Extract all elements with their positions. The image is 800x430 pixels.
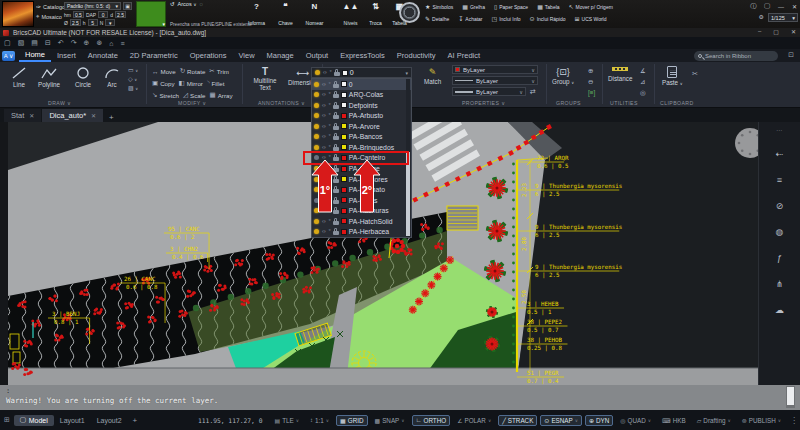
maximize-button[interactable]: ▢ xyxy=(773,28,779,35)
grid-glyph-icon[interactable]: ⊞ xyxy=(4,416,10,424)
layer-on-icon[interactable] xyxy=(314,219,319,224)
field-input[interactable]: 2.5 xyxy=(70,19,81,26)
paste-button[interactable]: Paste ∨ xyxy=(662,66,683,86)
tool-mirror[interactable]: ◧Mirror xyxy=(179,79,203,87)
paper-space-button[interactable]: ▯Paper Space xyxy=(494,3,528,10)
zoom-icon[interactable]: ⊕ xyxy=(84,39,90,47)
tool-arc[interactable]: Arc xyxy=(103,66,121,88)
thaw-icon[interactable]: * xyxy=(329,82,331,87)
doc-tab-stat[interactable]: Stat✕ xyxy=(4,109,41,122)
freeze-icon[interactable]: ☼ xyxy=(321,219,327,224)
angle-measure-icon[interactable]: ∡ xyxy=(640,67,646,75)
monitor-icon[interactable]: 🖵 xyxy=(764,3,770,10)
tab-ai-predict[interactable]: AI Predict xyxy=(442,50,487,61)
layer-row[interactable]: ☼ * PA-Arvore xyxy=(312,121,411,132)
tab-expresstools[interactable]: ExpressTools xyxy=(334,50,391,61)
toggle-publish[interactable]: ⊚PUBLISH∨ xyxy=(738,415,785,426)
mover-origem-button[interactable]: ↖Mover p/ Origem xyxy=(569,3,613,10)
layout-tab-layout2[interactable]: Layout2 xyxy=(91,415,128,426)
field-input[interactable]: 0.5 xyxy=(73,11,84,18)
thaw-icon[interactable]: * xyxy=(330,70,332,75)
tool-scale[interactable]: ◿Scale xyxy=(183,91,205,99)
settings-icon[interactable]: ≡ xyxy=(120,40,124,47)
layer-on-icon[interactable] xyxy=(314,113,319,118)
tool-array[interactable]: ▦Array xyxy=(210,91,233,99)
layer-on-icon[interactable] xyxy=(315,70,320,75)
attachments-panel-icon[interactable]: ⊘ xyxy=(776,201,784,211)
pan-icon[interactable]: ⊛ xyxy=(96,39,102,47)
layer-on-icon[interactable] xyxy=(314,92,319,97)
lock-icon[interactable] xyxy=(333,91,339,98)
thaw-icon[interactable]: * xyxy=(329,92,331,97)
tool-trim[interactable]: ✂Trim xyxy=(209,67,229,75)
layer-row[interactable]: ☼ * PA-Herbacea xyxy=(312,226,411,237)
field-input[interactable]: 2.5 xyxy=(115,11,126,18)
tool-rotate[interactable]: ↻Rotate xyxy=(180,67,206,75)
app-menu-button[interactable]: A ∨ xyxy=(2,51,15,61)
edit-group-icon[interactable]: ⊖ xyxy=(588,78,595,86)
layer-row[interactable]: ☼ * PA-Arbusto xyxy=(312,111,411,122)
thaw-icon[interactable]: * xyxy=(329,124,331,129)
gear-icon[interactable]: ⚙ xyxy=(759,13,764,20)
thaw-icon[interactable]: * xyxy=(329,145,331,150)
minimize-button[interactable]: – xyxy=(758,28,761,35)
color-swatch-button[interactable] xyxy=(136,1,166,27)
properties-panel-icon[interactable]: ⇄ xyxy=(530,88,536,96)
freeze-icon[interactable]: ☼ xyxy=(321,145,327,150)
catalogo-button[interactable]: ✑Catalogo xyxy=(36,3,65,10)
freeze-icon[interactable]: ☼ xyxy=(321,229,327,234)
new-file-icon[interactable]: ▢ xyxy=(4,39,11,47)
thaw-icon[interactable]: * xyxy=(329,229,331,234)
lock-icon[interactable] xyxy=(333,228,339,235)
toggle-drafting[interactable]: ▱Drafting∨ xyxy=(693,415,735,426)
toggle-strack[interactable]: ╱STRACK xyxy=(498,415,537,426)
informa-button[interactable]: ?Informa xyxy=(243,1,270,26)
detalhe-button[interactable]: ✎Detalhe xyxy=(425,15,449,22)
toolbar-minimize-icon[interactable]: — xyxy=(778,4,784,10)
achatar-button[interactable]: ↧Achatar xyxy=(458,15,482,22)
field-input[interactable]: 0 xyxy=(98,11,108,18)
lock-icon[interactable] xyxy=(334,69,340,76)
close-button[interactable]: ✕ xyxy=(791,28,796,35)
undo-icon[interactable]: ↶ xyxy=(58,39,64,47)
tool-stretch[interactable]: ↘Stretch xyxy=(152,91,179,99)
toggle-quad[interactable]: ◎QUAD∨ xyxy=(616,415,655,426)
lock-icon[interactable] xyxy=(333,144,339,151)
close-icon[interactable]: ✕ xyxy=(91,112,96,119)
toggle-ortho[interactable]: ∟ORTHO xyxy=(412,415,451,426)
layer-row[interactable]: ☼ * Defpoints xyxy=(312,100,411,111)
toggle-1-1[interactable]: ↕1:1∨ xyxy=(306,415,333,426)
dock-panel-icon[interactable]: ⇠ xyxy=(776,149,784,159)
ellipse-tool-icon[interactable]: ◇ ∨ xyxy=(128,75,138,82)
freeze-icon[interactable]: ☼ xyxy=(321,124,327,129)
redo-icon[interactable]: ↷ xyxy=(71,39,77,47)
statusbar-overflow-icon[interactable]: ⋮ xyxy=(790,416,798,425)
arcos-button[interactable]: Arcos ∨ xyxy=(178,1,197,7)
command-line[interactable]: : Warning! You are turning off the curre… xyxy=(0,385,800,410)
niveis-button[interactable]: ▲▲Níveis xyxy=(337,1,364,26)
match-button[interactable]: ✎Match xyxy=(424,67,441,85)
tab-view[interactable]: View xyxy=(232,50,260,61)
render-panel-icon[interactable]: ◍ xyxy=(776,227,784,237)
lineweight-combo[interactable]: ByLayer∨ xyxy=(452,87,526,96)
area-measure-icon[interactable]: ⊿ xyxy=(640,78,646,86)
toggle-snap[interactable]: ▩SNAP∨ xyxy=(371,415,409,426)
hatch-tool-icon[interactable]: ▨ ∨ xyxy=(128,84,138,91)
refresh-icon[interactable]: ↺ xyxy=(170,1,175,7)
preset-dropdown[interactable]: Padrão (hm: 0.5: d)▾ xyxy=(64,2,121,10)
print-icon[interactable]: ⊟ xyxy=(45,39,51,47)
troca-button[interactable]: ⇅Troca xyxy=(362,1,389,26)
field-input[interactable]: ▾ xyxy=(105,19,115,26)
tool-line[interactable]: Line xyxy=(10,66,28,88)
tool-multiline-text[interactable]: TMultiline Text xyxy=(248,66,282,91)
toggle-grid[interactable]: ▦GRID xyxy=(336,415,367,426)
lasso-icon[interactable]: ◌ xyxy=(200,1,203,7)
tab-annotate[interactable]: Annotate xyxy=(82,50,124,61)
lock-icon[interactable] xyxy=(333,112,339,119)
freeze-icon[interactable]: ☼ xyxy=(322,70,328,75)
toolbar-close-icon[interactable]: ✕ xyxy=(792,3,797,10)
tool-move[interactable]: ↔Move xyxy=(152,67,176,75)
tool-polyline[interactable]: Polyline xyxy=(38,66,60,88)
tool-fillet[interactable]: ◝Fillet xyxy=(207,79,225,87)
lock-icon[interactable] xyxy=(333,123,339,130)
